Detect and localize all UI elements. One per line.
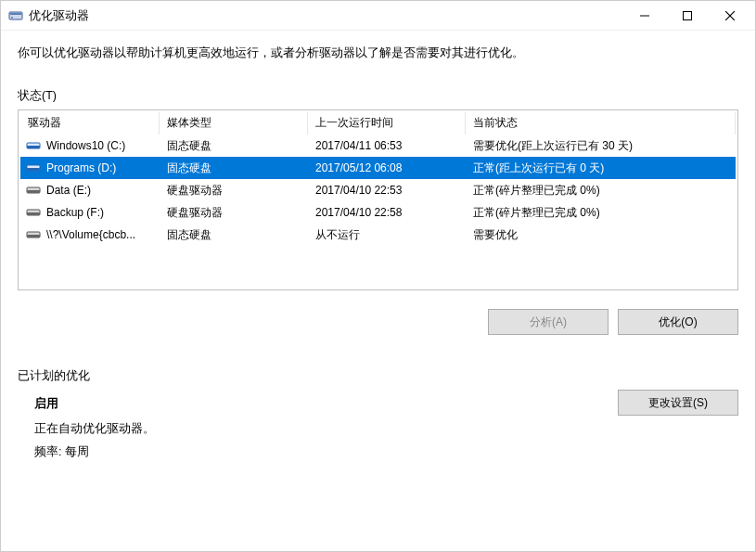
cell-current-status: 正常(碎片整理已完成 0%): [466, 202, 736, 224]
schedule-freq-label: 频率:: [34, 445, 61, 458]
col-header-lastrun[interactable]: 上一次运行时间: [308, 112, 466, 135]
svg-rect-14: [27, 212, 40, 215]
drive-name: Windows10 (C:): [46, 139, 125, 152]
svg-rect-10: [27, 168, 40, 171]
cell-current-status: 正常(距上次运行已有 0 天): [466, 158, 736, 179]
action-buttons: 分析(A) 优化(O): [18, 309, 738, 335]
drive-name: \\?\Volume{cbcb...: [46, 228, 135, 241]
window-controls: [623, 1, 751, 31]
change-settings-button[interactable]: 更改设置(S): [618, 390, 738, 416]
cell-last-run: 2017/04/10 22:53: [308, 181, 466, 199]
window-title: 优化驱动器: [29, 7, 89, 24]
table-row[interactable]: Data (E:)硬盘驱动器2017/04/10 22:53正常(碎片整理已完成…: [20, 179, 736, 201]
drive-list: 驱动器 媒体类型 上一次运行时间 当前状态 Windows10 (C:)固态硬盘…: [18, 109, 738, 290]
close-button[interactable]: [709, 1, 751, 31]
drive-name: Data (E:): [46, 184, 91, 197]
cell-last-run: 2017/04/10 22:58: [308, 203, 466, 222]
drive-icon: [26, 138, 41, 153]
table-row[interactable]: Programs (D:)固态硬盘2017/05/12 06:08正常(距上次运…: [20, 157, 736, 179]
minimize-button[interactable]: [623, 1, 666, 31]
titlebar: 优化驱动器: [1, 1, 755, 31]
cell-media-type: 硬盘驱动器: [160, 202, 308, 224]
col-header-media[interactable]: 媒体类型: [160, 112, 308, 135]
schedule-freq-value: 每周: [65, 445, 89, 458]
schedule-enabled-label: 启用: [34, 395, 618, 412]
content: 你可以优化驱动器以帮助计算机更高效地运行，或者分析驱动器以了解是否需要对其进行优…: [1, 31, 755, 551]
drive-icon: [26, 183, 41, 198]
cell-media-type: 固态硬盘: [160, 158, 308, 179]
cell-media-type: 硬盘驱动器: [160, 180, 308, 201]
drive-name: Programs (D:): [46, 161, 116, 174]
schedule-section-label: 已计划的优化: [18, 368, 738, 384]
col-header-drive[interactable]: 驱动器: [20, 112, 160, 135]
svg-rect-12: [27, 190, 40, 193]
cell-current-status: 需要优化(距上次运行已有 30 天): [466, 135, 736, 157]
cell-last-run: 2017/04/11 06:53: [308, 136, 466, 155]
cell-drive: Windows10 (C:): [20, 135, 160, 156]
cell-last-run: 从不运行: [308, 225, 466, 246]
app-icon: [8, 8, 23, 23]
col-header-status[interactable]: 当前状态: [466, 112, 736, 135]
table-row[interactable]: \\?\Volume{cbcb...固态硬盘从不运行需要优化: [20, 224, 736, 246]
svg-rect-8: [27, 146, 40, 148]
schedule-description: 正在自动优化驱动器。: [34, 421, 618, 437]
svg-rect-16: [27, 235, 40, 237]
cell-current-status: 正常(碎片整理已完成 0%): [466, 180, 736, 201]
table-row[interactable]: Backup (F:)硬盘驱动器2017/04/10 22:58正常(碎片整理已…: [20, 201, 736, 224]
cell-drive: Programs (D:): [20, 158, 160, 178]
drive-icon: [26, 160, 41, 175]
cell-current-status: 需要优化: [466, 225, 736, 246]
cell-media-type: 固态硬盘: [160, 225, 308, 246]
analyze-button[interactable]: 分析(A): [488, 309, 609, 335]
svg-rect-1: [10, 13, 21, 15]
optimize-button[interactable]: 优化(O): [618, 309, 738, 335]
cell-media-type: 固态硬盘: [160, 135, 308, 157]
drive-icon: [26, 205, 41, 220]
drive-icon: [26, 227, 41, 242]
description-text: 你可以优化驱动器以帮助计算机更高效地运行，或者分析驱动器以了解是否需要对其进行优…: [18, 44, 738, 62]
schedule-frequency: 频率: 每周: [34, 444, 618, 460]
cell-drive: Backup (F:): [20, 202, 160, 223]
status-section-label: 状态(T): [18, 88, 738, 104]
table-row[interactable]: Windows10 (C:)固态硬盘2017/04/11 06:53需要优化(距…: [20, 135, 736, 157]
list-header: 驱动器 媒体类型 上一次运行时间 当前状态: [20, 112, 736, 135]
cell-drive: \\?\Volume{cbcb...: [20, 225, 160, 245]
cell-drive: Data (E:): [20, 180, 160, 200]
drive-name: Backup (F:): [46, 206, 104, 219]
svg-point-2: [11, 17, 13, 19]
cell-last-run: 2017/05/12 06:08: [308, 159, 466, 177]
svg-rect-4: [684, 11, 692, 19]
maximize-button[interactable]: [666, 1, 709, 31]
